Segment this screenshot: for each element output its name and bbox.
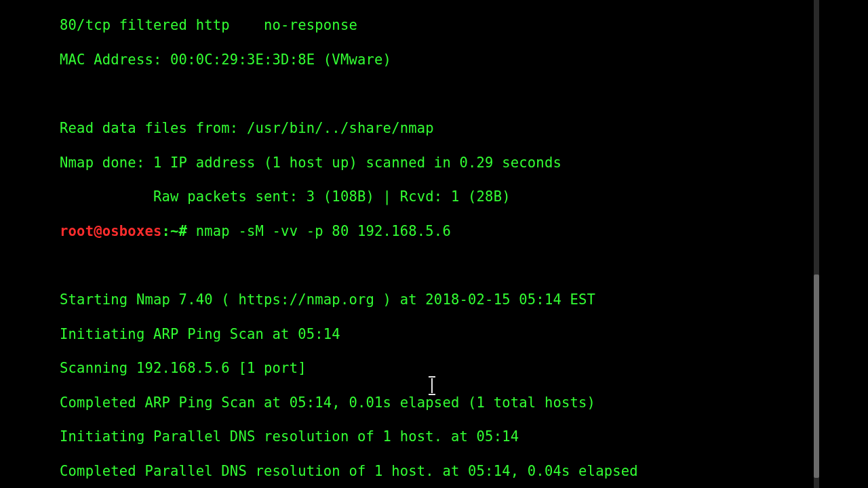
- output-line: [60, 85, 814, 102]
- prompt-rest: :~#: [162, 223, 196, 239]
- output-line: Starting Nmap 7.40 ( https://nmap.org ) …: [60, 291, 814, 308]
- terminal-window[interactable]: 80/tcp filtered http no-response MAC Add…: [53, 0, 814, 488]
- command-text: nmap -sM -vv -p 80 192.168.5.6: [196, 223, 451, 239]
- output-line: Initiating ARP Ping Scan at 05:14: [60, 326, 814, 343]
- output-line: MAC Address: 00:0C:29:3E:3D:8E (VMware): [60, 52, 814, 68]
- text-caret-icon: [431, 378, 433, 393]
- output-line: [60, 257, 814, 274]
- prompt-sep: @: [94, 223, 102, 239]
- output-line: Initiating Parallel DNS resolution of 1 …: [60, 428, 814, 445]
- output-line: Completed Parallel DNS resolution of 1 h…: [60, 463, 814, 480]
- output-line: Completed ARP Ping Scan at 05:14, 0.01s …: [60, 394, 814, 411]
- output-line: Read data files from: /usr/bin/../share/…: [60, 120, 814, 137]
- output-line: Raw packets sent: 3 (108B) | Rcvd: 1 (28…: [60, 188, 814, 205]
- scrollbar-thumb[interactable]: [814, 274, 819, 478]
- prompt-user: root: [60, 223, 94, 239]
- output-line: 80/tcp filtered http no-response: [60, 17, 814, 34]
- scrollbar-track[interactable]: [814, 0, 819, 488]
- prompt-host: osboxes: [102, 223, 162, 239]
- prompt-line[interactable]: root@osboxes:~# nmap -sM -vv -p 80 192.1…: [60, 223, 814, 240]
- terminal-content[interactable]: 80/tcp filtered http no-response MAC Add…: [60, 0, 814, 488]
- screen: 80/tcp filtered http no-response MAC Add…: [0, 0, 868, 488]
- output-line: Nmap done: 1 IP address (1 host up) scan…: [60, 155, 814, 171]
- output-line: Scanning 192.168.5.6 [1 port]: [60, 360, 814, 377]
